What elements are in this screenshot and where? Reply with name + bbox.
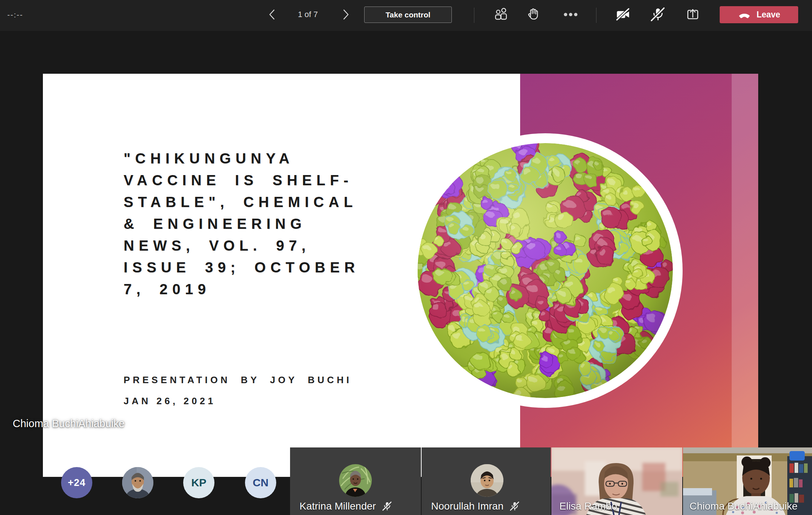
take-control-button[interactable]: Take control (364, 7, 452, 23)
people-icon (493, 6, 509, 23)
participant-name-row: Elisa Rambo (551, 500, 682, 512)
presenter-name-overlay: Chioma BuchiAhiabuike (13, 418, 125, 430)
participant-name: Katrina Millender (300, 500, 376, 512)
participant-name-row: Katrina Millender (290, 500, 421, 512)
avatar (471, 464, 503, 497)
raised-hand-icon (525, 6, 542, 23)
leave-meeting-button[interactable]: Leave (720, 6, 798, 23)
slide-title-line: NEWS, VOL. 97, (124, 235, 400, 256)
slide-title-line: ISSUE 39; OCTOBER (124, 256, 400, 278)
camera-off-icon (615, 6, 632, 23)
avatar (339, 464, 372, 497)
show-participants-button[interactable] (491, 5, 510, 24)
participant-avatar-initials-kp[interactable]: KP (183, 467, 214, 498)
hang-up-phone-icon (737, 10, 751, 20)
share-tray-icon (684, 6, 702, 23)
raise-hand-button[interactable] (524, 5, 543, 24)
meeting-stage: "CHIKUNGUNYA VACCINE IS SHELF- STABLE", … (0, 31, 812, 515)
next-slide-button[interactable] (337, 7, 353, 23)
participant-tile-elisa[interactable]: Elisa Rambo (551, 447, 682, 515)
mic-toggle-button[interactable] (648, 5, 667, 24)
participant-avatar-photo[interactable] (122, 467, 153, 498)
teams-meeting-screen: { "top_bar": { "timer": "--:--", "slide_… (0, 0, 812, 515)
participant-avatar-initials-cn[interactable]: CN (245, 467, 276, 498)
participant-name: Elisa Rambo (559, 500, 617, 512)
share-screen-button[interactable] (683, 5, 702, 24)
slide-title-line: 7, 2019 (124, 278, 400, 300)
avatar-photo-image (471, 464, 503, 497)
participant-tile-noorullah[interactable]: Noorullah Imran (422, 447, 551, 515)
virus-3d-render (414, 139, 677, 402)
avatar-photo-image (122, 467, 153, 498)
participant-tile-katrina[interactable]: Katrina Millender (290, 447, 421, 515)
slide-byline: PRESENTATION BY JOY BUCHI (124, 374, 352, 386)
slide-title-line: & ENGINEERING (124, 213, 400, 235)
leave-label: Leave (756, 10, 780, 20)
previous-slide-button[interactable] (265, 7, 281, 23)
mic-muted-icon (382, 501, 393, 512)
toolbar-divider (596, 8, 596, 23)
slide-date: JAN 26, 2021 (124, 396, 216, 407)
slide-position-indicator: 1 of 7 (284, 10, 331, 19)
slide-title-line: VACCINE IS SHELF- (124, 169, 400, 191)
participant-name: Chioma BuchiAhiabuike (690, 500, 797, 512)
ellipsis-icon (561, 6, 580, 23)
chevron-left-icon (266, 8, 280, 21)
participant-name-row: Noorullah Imran (422, 500, 551, 512)
camera-toggle-button[interactable] (614, 5, 633, 24)
overflow-participants-badge[interactable]: +24 (61, 467, 92, 498)
more-options-button[interactable] (561, 5, 580, 24)
chevron-right-icon (338, 8, 352, 21)
slide-title-line: STABLE", CHEMICAL (124, 191, 400, 213)
participant-tile-chioma[interactable]: Chioma BuchiAhiabuike (683, 447, 812, 515)
mic-muted-icon (650, 6, 666, 23)
avatar-photo-image (339, 464, 372, 497)
slide-panel-light-band (732, 74, 758, 477)
mic-muted-icon (509, 501, 520, 512)
shared-presentation-slide: "CHIKUNGUNYA VACCINE IS SHELF- STABLE", … (43, 74, 758, 477)
toolbar-divider (474, 8, 474, 23)
slide-title: "CHIKUNGUNYA VACCINE IS SHELF- STABLE", … (124, 147, 400, 300)
participant-name-row: Chioma BuchiAhiabuike (683, 500, 812, 512)
participant-name: Noorullah Imran (431, 500, 503, 512)
meeting-timer: --:-- (7, 11, 23, 19)
slide-title-line: "CHIKUNGUNYA (124, 147, 400, 169)
meeting-top-bar: --:-- 1 of 7 Take control (0, 0, 812, 31)
